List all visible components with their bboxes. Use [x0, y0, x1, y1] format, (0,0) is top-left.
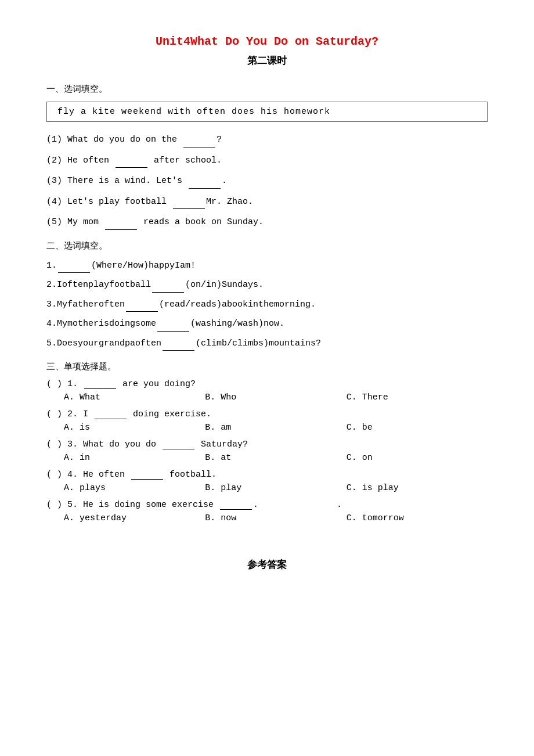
s2-item-2: 2.Ioftenplayfootball(on/in)Sundays.	[46, 278, 488, 293]
mc-q4-optB: B. play	[205, 483, 346, 493]
mc-q1-optB: B. Who	[205, 393, 346, 402]
mc-q4-options: A. plays B. play C. is play	[64, 483, 488, 493]
sub-title: 第二课时	[46, 54, 488, 67]
s1-item-5: (5) My mom reads a book on Sunday.	[46, 215, 488, 230]
s2-item-4: 4.Mymotherisdoingsome(washing/wash)now.	[46, 316, 488, 332]
mc-q5-options: A. yesterday B. now C. tomorrow	[64, 513, 488, 523]
answer-title: 参考答案	[46, 558, 488, 571]
mc-q5-optA: A. yesterday	[64, 513, 205, 523]
s1-item-2: (2) He often after school.	[46, 153, 488, 168]
mc-q2-optC: C. be	[347, 423, 488, 433]
s2-item-1: 1.(Where/How)happyIam!	[46, 258, 488, 273]
mc-q3-optC: C. on	[347, 453, 488, 463]
answer-section: 参考答案	[46, 558, 488, 571]
mc-q5: ( ) 5. He is doing some exercise . .	[46, 500, 488, 510]
section1: 一、选词填空。 fly a kite weekend with often do…	[46, 84, 488, 230]
s1-item-1: (1) What do you do on the ?	[46, 132, 488, 147]
mc-q2: ( ) 2. I doing exercise.	[46, 409, 488, 419]
mc-q1: ( ) 1. are you doing?	[46, 379, 488, 389]
mc-q2-optA: A. is	[64, 423, 205, 433]
s2-item-5: 5.Doesyourgrandpaoften(climb/climbs)moun…	[46, 336, 488, 351]
mc-q3-optA: A. in	[64, 453, 205, 463]
section3-heading: 三、单项选择题。	[46, 361, 488, 372]
mc-q2-optB: B. am	[205, 423, 346, 433]
mc-q3-optB: B. at	[205, 453, 346, 463]
mc-q4-optA: A. plays	[64, 483, 205, 493]
mc-q3: ( ) 3. What do you do Saturday?	[46, 440, 488, 449]
s2-item-3: 3.Myfatheroften(read/reads)abookinthemor…	[46, 297, 488, 312]
section2-heading: 二、选词填空。	[46, 240, 488, 251]
mc-q4-optC: C. is play	[347, 483, 488, 493]
mc-q1-optA: A. What	[64, 393, 205, 402]
s1-item-4: (4) Let's play football Mr. Zhao.	[46, 195, 488, 210]
mc-q1-options: A. What B. Who C. There	[64, 393, 488, 402]
word-box: fly a kite weekend with often does his h…	[46, 102, 488, 122]
mc-q4: ( ) 4. He often football.	[46, 470, 488, 480]
section2: 二、选词填空。 1.(Where/How)happyIam! 2.Ioftenp…	[46, 240, 488, 351]
s1-item-3: (3) There is a wind. Let's .	[46, 174, 488, 189]
main-title: Unit4What Do You Do on Saturday?	[46, 35, 488, 48]
mc-q3-options: A. in B. at C. on	[64, 453, 488, 463]
mc-q1-optC: C. There	[347, 393, 488, 402]
mc-q2-options: A. is B. am C. be	[64, 423, 488, 433]
section3: 三、单项选择题。 ( ) 1. are you doing? A. What B…	[46, 361, 488, 523]
section1-heading: 一、选词填空。	[46, 84, 488, 95]
mc-q5-optC: C. tomorrow	[347, 513, 488, 523]
mc-q5-optB: B. now	[205, 513, 346, 523]
